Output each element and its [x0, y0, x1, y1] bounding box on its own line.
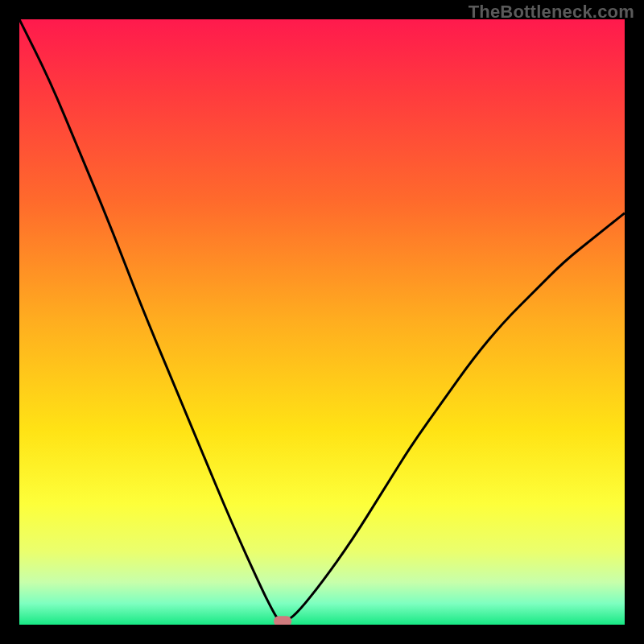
- optimum-marker: [274, 616, 291, 625]
- gradient-background: [19, 19, 625, 625]
- chart-frame: TheBottleneck.com: [0, 0, 644, 644]
- chart-svg: [19, 19, 625, 625]
- plot-area: [19, 19, 625, 625]
